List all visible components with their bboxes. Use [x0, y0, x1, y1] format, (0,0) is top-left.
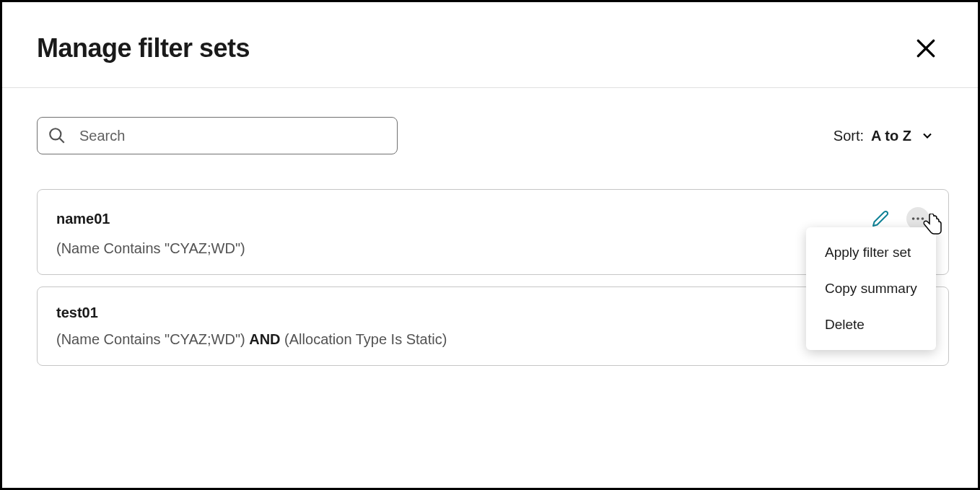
close-icon — [914, 37, 937, 60]
search-icon — [48, 126, 66, 145]
filter-set-name: name01 — [56, 211, 110, 227]
sort-label: Sort: — [834, 128, 864, 144]
filter-set-name: test01 — [56, 305, 98, 321]
more-icon — [910, 211, 926, 227]
toolbar: Sort: A to Z — [37, 117, 949, 154]
svg-point-5 — [916, 217, 919, 220]
svg-line-3 — [60, 139, 64, 143]
chevron-down-icon — [920, 128, 935, 143]
search-field[interactable] — [37, 117, 398, 154]
close-button[interactable] — [909, 31, 943, 66]
menu-item-copy[interactable]: Copy summary — [806, 271, 936, 307]
search-input[interactable] — [79, 128, 387, 144]
svg-point-4 — [912, 217, 915, 220]
filter-set-description: (Name Contains "CYAZ;WD") — [56, 240, 929, 257]
pencil-icon — [872, 210, 889, 227]
menu-item-apply[interactable]: Apply filter set — [806, 235, 936, 271]
svg-point-6 — [922, 217, 924, 220]
dialog-header: Manage filter sets — [2, 2, 978, 88]
sort-dropdown[interactable]: Sort: A to Z — [834, 128, 935, 144]
filter-set-description: (Name Contains "CYAZ;WD") AND (Allocatio… — [56, 331, 929, 348]
svg-point-2 — [50, 128, 61, 139]
menu-item-delete[interactable]: Delete — [806, 307, 936, 343]
context-menu: Apply filter set Copy summary Delete — [806, 227, 936, 350]
sort-value: A to Z — [871, 128, 911, 144]
manage-filter-sets-dialog: Manage filter sets Sort: A to Z — [0, 0, 980, 490]
dialog-title: Manage filter sets — [37, 33, 250, 64]
